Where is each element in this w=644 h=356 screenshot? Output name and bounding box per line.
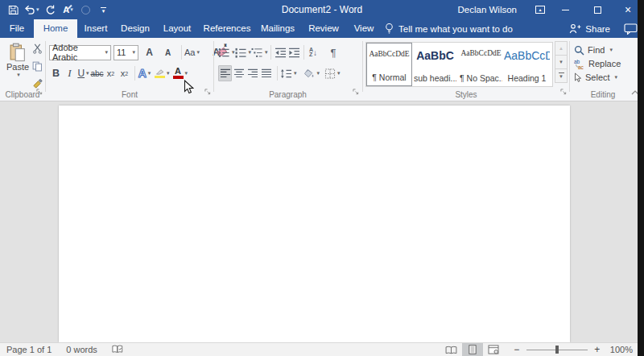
italic-button[interactable]: I <box>63 65 76 81</box>
tab-home[interactable]: Home <box>34 19 77 38</box>
style-name: Heading 1 <box>506 73 548 83</box>
styles-gallery-more-button[interactable]: ▼ <box>555 68 568 83</box>
numbering-button[interactable]: ▾ <box>235 44 252 60</box>
clipboard-dialog-launcher-icon[interactable] <box>36 84 43 98</box>
minimize-button[interactable] <box>557 0 573 19</box>
tell-me-box[interactable]: Tell me what you want to do <box>385 19 513 38</box>
signed-in-user[interactable]: Declan Wilson <box>458 0 518 19</box>
highlighter-pen-icon <box>155 68 165 75</box>
shrink-font-button[interactable]: A▼ <box>161 44 175 60</box>
align-center-button[interactable] <box>232 65 246 81</box>
font-color-button[interactable]: A ▾ <box>173 65 188 81</box>
share-button[interactable]: Share <box>569 19 610 38</box>
styles-gallery-scroll: ▲ ▼ ▼ <box>555 42 568 83</box>
styles-dialog-launcher-icon[interactable] <box>560 84 567 98</box>
tab-insert[interactable]: Insert <box>79 19 113 38</box>
tab-design[interactable]: Design <box>117 19 154 38</box>
style-name: sub headi... <box>414 73 456 83</box>
style-normal[interactable]: AaBbCcDdE ¶ Normal <box>366 43 412 86</box>
borders-button[interactable]: ▾ <box>324 65 341 81</box>
mouse-cursor-icon <box>184 80 194 95</box>
comments-button[interactable] <box>624 19 638 38</box>
styles-group-label: Styles <box>363 90 569 99</box>
title-bar: ▾ A▾ ▾ Document2 - Word Declan Wilson ▴ … <box>0 0 644 19</box>
shading-button[interactable]: ▾ <box>303 65 320 81</box>
bullets-button[interactable]: ▾ <box>218 44 235 60</box>
align-right-icon <box>247 68 258 78</box>
multilevel-list-button[interactable]: ▾ <box>251 44 268 60</box>
document-page[interactable] <box>59 106 570 342</box>
web-layout-button[interactable] <box>483 343 504 356</box>
sort-button[interactable]: AZ ↓ <box>307 44 320 60</box>
read-mode-button[interactable] <box>441 343 462 356</box>
font-name-value: Adobe Arabic <box>52 43 103 62</box>
decrease-indent-button[interactable] <box>274 44 287 60</box>
paste-button[interactable]: Paste ▾ <box>5 43 31 89</box>
tab-layout[interactable]: Layout <box>158 19 196 38</box>
justify-button[interactable] <box>259 65 273 81</box>
proofing-status-icon[interactable] <box>112 345 123 355</box>
ribbon-tab-row: File Home Insert Design Layout Reference… <box>0 19 644 38</box>
tab-references[interactable]: References <box>200 19 254 38</box>
ribbon-display-options-icon[interactable]: ▴ <box>533 0 547 19</box>
document-area[interactable] <box>0 103 638 342</box>
tab-mailings[interactable]: Mailings <box>257 19 299 38</box>
paragraph-dialog-launcher-icon[interactable] <box>353 84 359 98</box>
cut-icon[interactable] <box>32 43 43 57</box>
replace-label: Replace <box>588 59 621 68</box>
replace-button[interactable]: abac Replace <box>574 57 621 70</box>
paste-label: Paste <box>6 62 29 72</box>
share-person-icon <box>569 23 581 34</box>
change-case-button[interactable]: Aa▾ <box>184 44 200 60</box>
copy-icon[interactable] <box>32 60 43 75</box>
text-highlight-button[interactable]: ▾ <box>155 65 170 81</box>
font-color-swatch <box>173 76 184 79</box>
page-indicator[interactable]: Page 1 of 1 <box>6 345 52 354</box>
lightbulb-icon <box>385 23 394 35</box>
underline-button[interactable]: U▾ <box>76 65 90 81</box>
style-heading-1[interactable]: AaBbCcD Heading 1 <box>504 43 550 86</box>
font-size-combo[interactable]: 11 ▾ <box>114 45 138 60</box>
grow-font-button[interactable]: A▲ <box>142 44 156 60</box>
window-title: Document2 - Word <box>0 0 644 19</box>
align-left-button[interactable] <box>218 65 232 81</box>
subscript-button[interactable]: x2 <box>104 65 118 81</box>
style-no-spacing[interactable]: AaBbCcDdE ¶ No Spac... <box>458 43 504 86</box>
select-label: Select <box>585 72 610 82</box>
bullets-icon <box>218 48 230 58</box>
styles-scroll-down-button[interactable]: ▼ <box>555 55 568 69</box>
print-layout-button[interactable] <box>462 343 483 356</box>
bold-button[interactable]: B <box>49 65 63 81</box>
line-spacing-button[interactable]: ▾ <box>280 65 297 81</box>
tab-review[interactable]: Review <box>304 19 343 38</box>
justify-icon <box>261 68 272 78</box>
find-magnifier-icon <box>574 45 584 56</box>
screen-right-edge <box>638 0 644 356</box>
zoom-in-button[interactable]: + <box>592 344 602 355</box>
font-dialog-launcher-icon[interactable] <box>204 84 211 98</box>
maximize-button[interactable] <box>589 0 605 19</box>
style-sub-heading[interactable]: AaBbC sub headi... <box>412 43 458 86</box>
tell-me-label: Tell me what you want to do <box>398 24 513 34</box>
multilevel-list-icon <box>251 48 263 58</box>
select-arrow-icon <box>574 72 582 83</box>
zoom-slider-thumb[interactable] <box>555 346 559 354</box>
tab-file[interactable]: File <box>3 19 31 38</box>
show-hide-pilcrow-button[interactable]: ¶ <box>327 44 341 60</box>
align-right-button[interactable] <box>246 65 259 81</box>
ribbon: Paste ▾ Clipboard Adobe Arabic ▾ 11 <box>0 38 644 101</box>
close-button[interactable]: × <box>620 0 636 19</box>
zoom-out-button[interactable]: − <box>512 344 522 355</box>
superscript-button[interactable]: x2 <box>118 65 131 81</box>
styles-scroll-up-button[interactable]: ▲ <box>555 41 568 56</box>
font-name-combo[interactable]: Adobe Arabic ▾ <box>49 45 111 60</box>
find-button[interactable]: Find ▾ <box>574 43 613 56</box>
zoom-level[interactable]: 100% <box>610 345 633 354</box>
tab-view[interactable]: View <box>347 19 381 38</box>
word-count[interactable]: 0 words <box>66 345 97 354</box>
strikethrough-button[interactable]: abc <box>90 65 104 81</box>
zoom-slider[interactable] <box>526 343 588 356</box>
select-button[interactable]: Select ▾ <box>574 71 617 84</box>
increase-indent-button[interactable] <box>287 44 301 60</box>
text-effects-button[interactable]: A▾ <box>138 65 151 81</box>
